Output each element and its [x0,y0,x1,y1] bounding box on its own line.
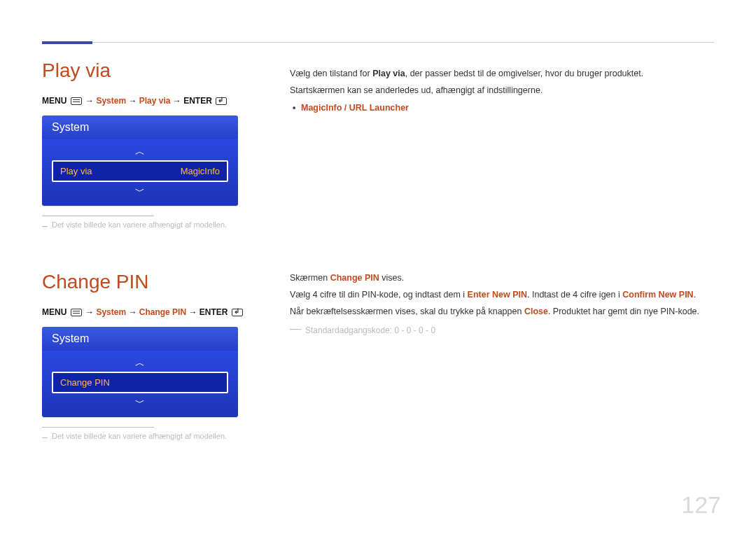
osd-panel-change-pin: System ︿ Change PIN ﹀ [42,327,238,417]
breadcrumb-change-pin-step: Change PIN [139,307,186,317]
section-title-change-pin: Change PIN [42,271,252,293]
breadcrumb-enter-label: ENTER [183,96,212,106]
menu-icon [71,97,82,105]
breadcrumb-enter-label: ENTER [200,307,228,317]
breadcrumb-menu-label: MENU [42,307,66,317]
osd-row-play-via[interactable]: Play via MagicInfo [52,160,228,182]
breadcrumb-menu-label: MENU [42,96,66,106]
arrow-icon: → [85,307,94,317]
breadcrumb-play-via: MENU → System → Play via → ENTER [42,96,252,106]
image-note: Det viste billede kan variere afhængigt … [42,220,252,229]
osd-row-label: Play via [60,166,92,176]
breadcrumb-system: System [96,307,126,317]
paragraph: Skærmen Change PIN vises. [290,271,714,285]
paragraph: Når bekræftelsesskærmen vises, skal du t… [290,304,714,318]
section-title-play-via: Play via [42,59,252,82]
osd-row-label: Change PIN [60,377,110,388]
osd-header: System [42,327,238,351]
default-pin-note: Standardadgangskode: 0 - 0 - 0 - 0 [290,325,714,335]
osd-row-change-pin[interactable]: Change PIN [52,372,228,393]
arrow-icon: → [128,96,136,106]
osd-row-value: MagicInfo [181,166,220,176]
enter-icon [232,309,243,316]
chevron-down-icon[interactable]: ﹀ [52,398,228,407]
enter-icon [216,97,227,105]
image-note: Det viste billede kan variere afhængigt … [42,432,252,440]
bullet-option: MagicInfo / URL Launcher [290,103,714,113]
page-number: 127 [681,491,721,519]
chevron-down-icon[interactable]: ﹀ [52,186,228,196]
paragraph: Vælg 4 cifre til din PIN-kode, og indtas… [290,288,714,302]
paragraph: Vælg den tilstand for Play via, der pass… [290,66,714,80]
breadcrumb-play-via-step: Play via [139,96,171,106]
arrow-icon: → [128,307,136,317]
menu-icon [71,309,82,316]
chevron-up-icon[interactable]: ︿ [52,358,228,367]
breadcrumb-change-pin: MENU → System → Change PIN → ENTER [42,307,252,317]
arrow-icon: → [188,307,197,317]
chevron-up-icon[interactable]: ︿ [52,146,228,156]
breadcrumb-system: System [96,96,126,106]
paragraph: Startskærmen kan se anderledes ud, afhæn… [290,83,714,97]
osd-header: System [42,115,238,139]
osd-panel-play-via: System ︿ Play via MagicInfo ﹀ [42,115,238,206]
divider [42,216,154,216]
divider [42,427,154,428]
arrow-icon: → [173,96,181,106]
arrow-icon: → [85,96,94,106]
